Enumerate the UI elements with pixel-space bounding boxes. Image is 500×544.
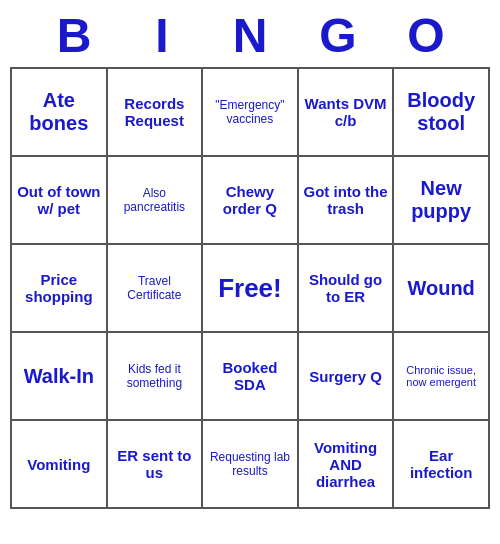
- bingo-cell-4-4: Ear infection: [393, 420, 489, 508]
- bingo-cell-4-1: ER sent to us: [107, 420, 203, 508]
- bingo-cell-0-4: Bloody stool: [393, 68, 489, 156]
- bingo-cell-3-2: Booked SDA: [202, 332, 298, 420]
- bingo-cell-1-1: Also pancreatitis: [107, 156, 203, 244]
- bingo-cell-1-0: Out of town w/ pet: [11, 156, 107, 244]
- bingo-cell-4-0: Vomiting: [11, 420, 107, 508]
- bingo-cell-4-2: Requesting lab results: [202, 420, 298, 508]
- bingo-cell-0-3: Wants DVM c/b: [298, 68, 394, 156]
- bingo-cell-4-3: Vomiting AND diarrhea: [298, 420, 394, 508]
- bingo-cell-2-2: Free!: [202, 244, 298, 332]
- bingo-header: BINGO: [0, 0, 500, 67]
- bingo-cell-0-1: Records Request: [107, 68, 203, 156]
- bingo-grid: Ate bonesRecords Request"Emergency" vacc…: [10, 67, 490, 509]
- bingo-letter-n: N: [206, 8, 294, 63]
- bingo-cell-3-4: Chronic issue, now emergent: [393, 332, 489, 420]
- bingo-cell-3-1: Kids fed it something: [107, 332, 203, 420]
- bingo-cell-2-3: Should go to ER: [298, 244, 394, 332]
- bingo-cell-1-3: Got into the trash: [298, 156, 394, 244]
- bingo-cell-3-3: Surgery Q: [298, 332, 394, 420]
- bingo-letter-b: B: [30, 8, 118, 63]
- bingo-cell-0-2: "Emergency" vaccines: [202, 68, 298, 156]
- bingo-letter-i: I: [118, 8, 206, 63]
- bingo-letter-g: G: [294, 8, 382, 63]
- bingo-letter-o: O: [382, 8, 470, 63]
- bingo-cell-3-0: Walk-In: [11, 332, 107, 420]
- bingo-cell-2-0: Price shopping: [11, 244, 107, 332]
- bingo-cell-2-1: Travel Certificate: [107, 244, 203, 332]
- bingo-cell-1-4: New puppy: [393, 156, 489, 244]
- bingo-cell-0-0: Ate bones: [11, 68, 107, 156]
- bingo-cell-2-4: Wound: [393, 244, 489, 332]
- bingo-cell-1-2: Chewy order Q: [202, 156, 298, 244]
